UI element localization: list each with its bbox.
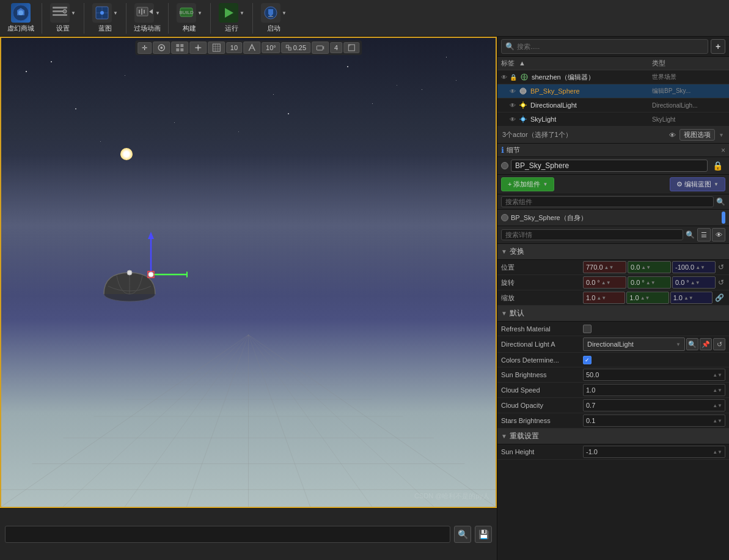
outliner-item-skylight[interactable]: 👁 SkyLight SkyLight (497, 112, 729, 127)
sep-2 (84, 3, 84, 34)
eye-icon-world[interactable]: 👁 (501, 74, 507, 81)
component-tree[interactable]: BP_Sky_Sphere（自身） (497, 210, 729, 226)
vp-layout-btn[interactable] (171, 42, 188, 54)
stars-brightness-field[interactable]: 0.1 ▲▼ (583, 414, 725, 427)
toolbar-launch[interactable]: ▼ 启动 (255, 1, 292, 36)
position-y-field[interactable]: 0.0 ▲▼ (628, 261, 671, 273)
svg-marker-11 (149, 9, 153, 14)
toolbar-animation[interactable]: ▼ 过场动画 (129, 1, 166, 36)
toolbar-store[interactable]: 虚幻商城 (2, 1, 39, 36)
vp-grid-btn[interactable] (208, 42, 225, 54)
sun-height-field[interactable]: -1.0 ▲▼ (583, 446, 725, 458)
dir-light-reset-btn[interactable]: ↺ (713, 338, 725, 350)
toolbar-blueprint[interactable]: ▼ 蓝图 (87, 1, 123, 36)
vp-scale-value: 0.25 (293, 44, 306, 51)
property-row-rotation: 旋转 0.0 ° ▲▼ 0.0 ° ▲▼ 0.0 ° ▲▼ ↺ (497, 275, 729, 290)
scale-z-field[interactable]: 1.0 ▲▼ (670, 292, 713, 304)
stars-brightness-label: Stars Brightness (501, 417, 581, 424)
lock-icon-world[interactable]: 🔒 (510, 74, 517, 81)
scale-y-field[interactable]: 1.0 ▲▼ (626, 292, 669, 304)
rotation-reset-btn[interactable]: ↺ (717, 278, 725, 287)
position-x-arrow: ▲▼ (604, 265, 614, 270)
toolbar-settings[interactable]: ▼ 设置 (45, 1, 81, 36)
cloud-opacity-field[interactable]: 0.7 ▲▼ (583, 399, 725, 411)
scale-x-field[interactable]: 1.0 ▲▼ (583, 292, 625, 304)
vp-snap-btn[interactable] (189, 42, 207, 54)
svg-rect-26 (180, 48, 183, 51)
refresh-material-checkbox[interactable] (583, 325, 592, 333)
lock-component-btn[interactable]: 🔒 (710, 160, 725, 172)
dir-light-icon (518, 100, 528, 110)
position-x-field[interactable]: 770.0 ▲▼ (583, 261, 626, 273)
scale-x-arrow: ▲▼ (596, 295, 606, 301)
rotation-x-field[interactable]: 0.0 ° ▲▼ (583, 276, 626, 289)
vp-angle-val-btn[interactable]: 10° (262, 42, 280, 53)
toolbar-settings-label: 设置 (56, 24, 70, 33)
search-components-input[interactable] (501, 196, 714, 207)
details-eye-view-btn[interactable]: 👁 (712, 228, 725, 241)
vp-cam-val-btn[interactable]: 4 (330, 42, 342, 53)
position-z-value: -100.0 (675, 263, 694, 271)
world-item-type: 世界场景 (652, 73, 725, 81)
viewport[interactable]: ✛ 10 10° (0, 37, 497, 508)
vp-view-btn[interactable] (153, 42, 170, 54)
vp-camera-btn[interactable] (312, 42, 329, 54)
sun-height-arrow: ▲▼ (713, 449, 722, 455)
toolbar-run[interactable]: ▼ 运行 (213, 1, 250, 36)
svg-rect-35 (289, 48, 291, 50)
component-name-input[interactable] (511, 160, 708, 172)
svg-marker-43 (148, 232, 154, 239)
eye-icon-skylight[interactable]: 👁 (510, 116, 516, 123)
eye-icon-dir-light[interactable]: 👁 (510, 102, 516, 109)
vp-maximize-btn[interactable] (343, 42, 359, 53)
svg-line-61 (249, 335, 372, 507)
property-row-sun-height: Sun Height -1.0 ▲▼ (497, 444, 729, 460)
vp-snap-val-btn[interactable]: 10 (226, 42, 242, 53)
toolbar-store-icon-area (11, 3, 31, 23)
scale-y-arrow: ▲▼ (640, 295, 650, 301)
outliner-item-dir-light[interactable]: 👁 DirectionalLight DirectionalLigh... (497, 98, 729, 112)
details-search-input[interactable] (501, 229, 683, 240)
vp-select-btn[interactable]: ✛ (137, 42, 152, 54)
svg-rect-37 (317, 46, 323, 50)
dir-light-search-btn[interactable]: 🔍 (686, 338, 698, 350)
sun-brightness-field[interactable]: 50.0 ▲▼ (583, 369, 725, 381)
colors-determined-checkbox[interactable] (583, 356, 592, 364)
blueprint-icon (92, 3, 112, 23)
sky-sphere-item-name: BP_Sky_Sphere (530, 87, 650, 95)
outliner-item-world[interactable]: 👁 🔒 shenzhen（编辑器） 世界场景 (497, 70, 729, 84)
cloud-speed-field[interactable]: 1.0 ▲▼ (583, 384, 725, 396)
details-close-btn[interactable]: × (721, 146, 725, 155)
svg-rect-34 (287, 45, 289, 48)
dir-light-actor-dropdown[interactable]: DirectionalLight ▼ (583, 337, 685, 351)
dir-light-pin-btn[interactable]: 📌 (700, 338, 712, 350)
rotation-y-field[interactable]: 0.0 ° ▲▼ (628, 276, 671, 289)
rotation-z-field[interactable]: 0.0 ° ▲▼ (672, 276, 716, 289)
add-component-btn[interactable]: + 添加组件 ▼ (501, 177, 554, 191)
eye-filter-icon[interactable]: 👁 (669, 131, 676, 139)
bottom-save-icon-btn[interactable]: 💾 (475, 526, 492, 543)
details-list-view-btn[interactable]: ☰ (697, 228, 711, 241)
vp-scale-val-btn[interactable]: 0.25 (282, 42, 310, 53)
section-header-default[interactable]: ▼ 默认 (497, 306, 729, 322)
scale-lock-btn[interactable]: 🔗 (714, 293, 725, 302)
svg-rect-4 (53, 14, 67, 16)
vp-angle-icon-btn[interactable] (243, 42, 260, 54)
edit-blueprint-btn[interactable]: ⚙ 编辑蓝图 ▼ (670, 177, 725, 191)
position-reset-btn[interactable]: ↺ (717, 263, 725, 271)
position-z-field[interactable]: -100.0 ▲▼ (672, 261, 716, 273)
toolbar-run-label: 运行 (225, 24, 238, 33)
outliner-add-btn[interactable]: + (711, 39, 725, 54)
view-options-btn[interactable]: 视图选项 (680, 129, 715, 141)
outliner-item-sky-sphere[interactable]: 👁 BP_Sky_Sphere 编辑BP_Sky... (497, 84, 729, 98)
stars-brightness-value: 0.1 ▲▼ (583, 414, 725, 427)
section-header-reload[interactable]: ▼ 重载设置 (497, 429, 729, 444)
position-y-arrow: ▲▼ (641, 265, 651, 270)
eye-icon-sky-sphere[interactable]: 👁 (510, 88, 516, 95)
toolbar-build[interactable]: BUILD ▼ 构建 (171, 1, 208, 36)
section-header-transform[interactable]: ▼ 变换 (497, 244, 729, 260)
bottom-search-icon-btn[interactable]: 🔍 (454, 526, 471, 543)
bottom-search-input[interactable] (9, 530, 446, 539)
outliner-search-input[interactable] (517, 43, 704, 50)
component-tree-name: BP_Sky_Sphere（自身） (511, 213, 587, 223)
